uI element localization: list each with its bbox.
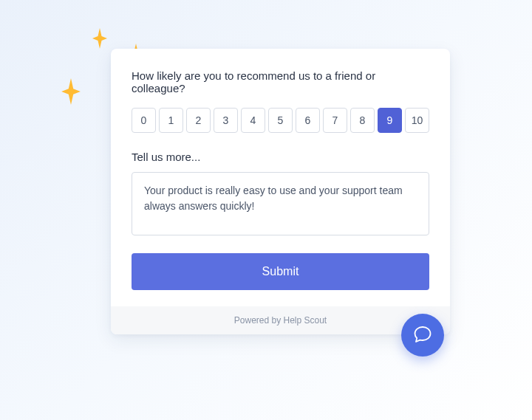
- powered-by-footer: Powered by Help Scout: [111, 306, 450, 334]
- rating-1[interactable]: 1: [159, 108, 183, 133]
- rating-6[interactable]: 6: [296, 108, 320, 133]
- rating-2[interactable]: 2: [186, 108, 211, 133]
- followup-label: Tell us more...: [132, 151, 429, 163]
- submit-button[interactable]: Submit: [132, 253, 429, 290]
- survey-question: How likely are you to recommend us to a …: [132, 69, 429, 94]
- rating-7[interactable]: 7: [323, 108, 347, 133]
- rating-8[interactable]: 8: [350, 108, 375, 133]
- rating-10[interactable]: 10: [405, 108, 429, 133]
- rating-3[interactable]: 3: [214, 108, 238, 133]
- sparkle-icon: [92, 28, 107, 49]
- nps-survey-card: How likely are you to recommend us to a …: [111, 49, 450, 334]
- rating-scale: 0 1 2 3 4 5 6 7 8 9 10: [132, 108, 429, 133]
- rating-9[interactable]: 9: [378, 108, 402, 133]
- chat-fab-button[interactable]: [401, 314, 444, 357]
- chat-bubble-icon: [413, 325, 432, 346]
- followup-textarea[interactable]: [132, 172, 429, 235]
- rating-0[interactable]: 0: [132, 108, 156, 133]
- card-body: How likely are you to recommend us to a …: [111, 49, 450, 306]
- sparkle-icon: [61, 78, 81, 105]
- rating-5[interactable]: 5: [268, 108, 293, 133]
- rating-4[interactable]: 4: [241, 108, 265, 133]
